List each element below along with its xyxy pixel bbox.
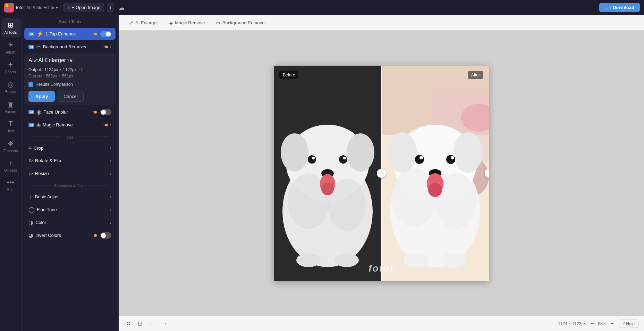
open-image-dropdown[interactable]: ▾	[107, 3, 114, 12]
apply-button[interactable]: Apply	[28, 91, 55, 102]
dog-before-svg	[274, 66, 381, 281]
brightness-section-divider: Brightness & Color	[22, 180, 118, 190]
crop-arrow: ›	[110, 146, 111, 150]
tab-ai-enlarger[interactable]: ⤢ AI Enlarger	[124, 18, 163, 28]
tool-basic-adjust[interactable]: ⊹ Basic Adjust ›	[24, 191, 116, 203]
svg-point-36	[451, 156, 454, 159]
sidebar-item-beauty[interactable]: ◎ Beauty	[1, 77, 20, 97]
zoom-minus-icon: −	[591, 321, 594, 326]
text-icon: T	[8, 120, 12, 128]
sidebar-item-elements[interactable]: ❋ Elements	[1, 136, 20, 156]
tool-crop[interactable]: ⌗ Crop ›	[24, 142, 116, 154]
results-comparison: ✓ Results Comparison	[28, 82, 111, 87]
enlarger-icon: ⤢	[34, 57, 38, 64]
ai-enlarger-header[interactable]: AI ⤢ AI Enlarger ? ∨	[28, 57, 111, 64]
invert-colors-toggle[interactable]	[100, 232, 111, 239]
svg-point-4	[10, 8, 12, 11]
beauty-icon: ◎	[8, 80, 14, 89]
tool-bg-remover[interactable]: AI ✂ Background Remover ? ›	[24, 41, 116, 53]
crop-label: Crop	[34, 146, 110, 151]
tool-color[interactable]: ◑ Color ›	[24, 216, 116, 229]
tool-fine-tune[interactable]: ◯ Fine Tune ›	[24, 204, 116, 216]
results-comparison-label: Results Comparison	[35, 82, 73, 87]
help-icon: ?	[622, 321, 625, 326]
tool-one-tap-enhance[interactable]: AI ⚡ 1-Tap Enhance ?	[24, 28, 116, 40]
fine-tune-label: Fine Tune	[37, 207, 110, 212]
cloud-button[interactable]: ☁	[118, 4, 125, 11]
zoom-out-button[interactable]: −	[588, 320, 596, 328]
magic-remove-dot	[105, 124, 108, 126]
output-info-icon[interactable]: ⓘ	[79, 67, 83, 72]
svg-point-33	[415, 155, 424, 164]
tool-invert-colors[interactable]: ◕ Invert Colors	[24, 229, 116, 241]
tool-resize[interactable]: ⇔ Resize ›	[24, 167, 116, 180]
tab-magic-remove[interactable]: ◈ Magic Remove	[164, 18, 210, 28]
download-button[interactable]: ↓ ↓ Download	[599, 3, 640, 12]
tool-magic-remove[interactable]: AI ◈ Magic Remove ? ›	[24, 119, 116, 131]
svg-point-12	[308, 155, 316, 164]
face-unblur-toggle[interactable]	[100, 109, 111, 115]
sidebar-item-frames[interactable]: ▣ Frames	[1, 97, 20, 116]
sidebar-label-frames: Frames	[5, 110, 17, 114]
svg-point-34	[420, 156, 423, 159]
one-tap-toggle[interactable]	[100, 31, 111, 37]
magic-remove-tab-label: Magic Remove	[175, 20, 205, 25]
main-layout: ⊞ AI Tools ☀ Adjust ✦ Effects ◎ Beauty ▣…	[0, 15, 644, 331]
image-after-half: After	[381, 66, 489, 281]
history-icon: ⊡	[138, 321, 142, 326]
tools-panel: Smart Tools AI ⚡ 1-Tap Enhance ? AI ✂ Ba…	[22, 15, 119, 331]
sidebar-item-text[interactable]: T Text	[1, 117, 20, 136]
icon-sidebar: ⊞ AI Tools ☀ Adjust ✦ Effects ◎ Beauty ▣…	[0, 15, 22, 331]
results-comparison-checkbox[interactable]: ✓	[28, 82, 33, 87]
invert-colors-label: Invert Colors	[35, 233, 94, 238]
bg-remover-label: Background Remover	[43, 44, 102, 49]
size-indicator: 1124 × 1122px	[558, 321, 586, 326]
sidebar-item-more[interactable]: ••• More	[1, 176, 20, 195]
ai-badge-one-tap: AI	[28, 32, 34, 36]
sidebar-item-ai-tools[interactable]: ⊞ AI Tools	[1, 18, 20, 37]
tool-rotate-flip[interactable]: ↻ Rotate & Flip ›	[24, 155, 116, 167]
sidebar-item-effects[interactable]: ✦ Effects	[1, 58, 20, 77]
history-button[interactable]: ⊡	[136, 319, 144, 328]
logo-text: fotor	[16, 5, 25, 10]
cloud-icon: ☁	[118, 4, 125, 11]
svg-rect-0	[4, 3, 14, 13]
forward-button[interactable]: →	[160, 319, 169, 328]
sidebar-item-adjust[interactable]: ☀ Adjust	[1, 38, 20, 57]
zoom-level: 68%	[598, 321, 606, 326]
svg-point-13	[312, 157, 315, 159]
bg-remover-tab-icon: ✂	[216, 20, 220, 26]
undo-button[interactable]: ↺	[124, 319, 133, 328]
cancel-button[interactable]: Cancel	[58, 91, 83, 102]
svg-point-18	[321, 183, 334, 195]
tab-bg-remover[interactable]: ✂ Background Remover	[211, 18, 271, 28]
svg-point-31	[388, 132, 417, 173]
panel-scroll[interactable]: Smart Tools AI ⚡ 1-Tap Enhance ? AI ✂ Ba…	[22, 15, 118, 331]
face-unblur-dot	[94, 111, 97, 114]
adjust-icon: ☀	[8, 41, 14, 49]
svg-point-15	[343, 157, 346, 159]
one-tap-label: 1-Tap Enhance	[45, 31, 91, 36]
one-tap-icon: ⚡	[36, 31, 43, 37]
back-button[interactable]: ←	[147, 319, 157, 328]
tool-face-unblur[interactable]: AI ◉ Face Unblur ?	[24, 106, 116, 118]
zoom-in-button[interactable]: +	[608, 320, 616, 328]
help-button[interactable]: ? Help	[619, 320, 638, 328]
resize-arrow: ›	[110, 171, 111, 176]
sidebar-item-uploads[interactable]: ↑ Uploads	[1, 156, 20, 175]
open-image-label: + Open Image	[72, 5, 101, 10]
help-label: Help	[626, 321, 635, 326]
size-section-divider: Size	[22, 132, 118, 141]
open-image-button[interactable]: + + Open Image	[63, 3, 104, 12]
zoom-plus-icon: +	[610, 321, 613, 326]
bg-remover-icon: ✂	[36, 43, 41, 50]
rotate-icon: ↻	[28, 157, 33, 164]
app-dropdown-arrow[interactable]: ▾	[56, 5, 58, 10]
sidebar-label-effects: Effects	[5, 70, 16, 74]
ai-tools-icon: ⊞	[8, 21, 14, 29]
logo-area: fotor AI Photo Editor ▾	[4, 3, 58, 13]
current-size-text: Current : 562px × 561px	[28, 74, 111, 78]
resize-icon: ⇔	[28, 170, 33, 177]
svg-point-41	[442, 253, 467, 268]
split-handle[interactable]: ⟺	[377, 169, 386, 178]
